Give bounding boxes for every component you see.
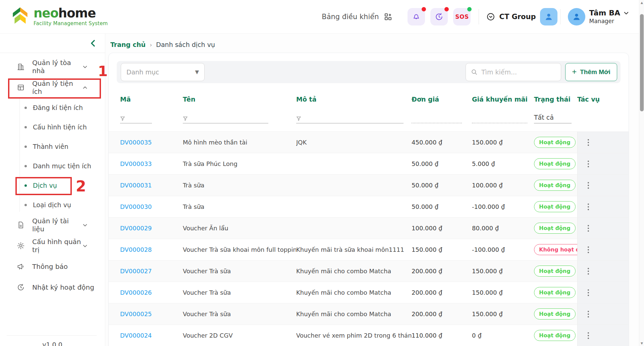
kebab-menu-button[interactable]	[586, 223, 591, 234]
sidebar-subitem[interactable]: Thành viên	[0, 137, 105, 156]
add-new-button[interactable]: + Thêm Mới	[565, 63, 617, 81]
service-code-link[interactable]: DV000024	[120, 332, 183, 339]
widgets-add-icon[interactable]	[384, 13, 392, 21]
document-icon	[17, 221, 25, 229]
history-icon	[17, 283, 25, 291]
browser-scrollbar[interactable]: ▲ ▼	[639, 0, 644, 346]
service-price: 150.000 ₫	[412, 246, 472, 253]
plus-icon: +	[572, 67, 577, 76]
services-card: Danh mục ▼ + Thêm Mới Mã Tên Mô tả Đơn g…	[108, 53, 629, 346]
kebab-menu-button[interactable]	[586, 309, 591, 320]
user-name: Tâm BA	[589, 9, 620, 17]
breadcrumb-home-link[interactable]: Trang chủ	[110, 41, 146, 48]
service-code-link[interactable]: DV000033	[120, 160, 183, 167]
kebab-menu-button[interactable]	[586, 330, 591, 341]
sidebar-item[interactable]: Cấu hình quản trị	[0, 235, 105, 256]
status-cell: Hoạt động	[534, 158, 577, 169]
service-code-link[interactable]: DV000026	[120, 289, 183, 296]
status-badge: Không hoạt động	[534, 244, 577, 255]
scrollbar-down-arrow[interactable]: ▼	[639, 341, 644, 346]
service-promo-price: 150.000 ₫	[472, 139, 534, 146]
status-cell: Hoạt động	[534, 330, 577, 341]
service-promo-price: 80.000 ₫	[472, 225, 534, 232]
kebab-menu-button[interactable]	[586, 180, 591, 191]
column-header-actions: Tác vụ	[577, 96, 629, 103]
building-icon	[17, 63, 25, 71]
category-select[interactable]: Danh mục ▼	[121, 63, 205, 81]
sidebar-subitem[interactable]: Loại dịch vụ	[0, 195, 105, 215]
sidebar-collapse-button[interactable]	[90, 40, 96, 47]
sos-button[interactable]: SOS	[453, 8, 471, 25]
column-header-promo[interactable]: Giá khuyến mãi	[472, 96, 534, 103]
service-code-link[interactable]: DV000035	[120, 139, 183, 146]
brand-logo[interactable]: neohome Facility Management System	[11, 7, 108, 27]
user-role: Manager	[589, 18, 629, 24]
sidebar-item[interactable]: Nhật ký hoạt động	[0, 277, 105, 298]
service-code-link[interactable]: DV000025	[120, 310, 183, 318]
column-header-desc[interactable]: Mô tả	[296, 96, 412, 103]
sidebar-item[interactable]: Quản lý tòa nhà	[0, 56, 105, 77]
service-code-link[interactable]: DV000030	[120, 203, 183, 210]
column-header-status[interactable]: Trạng thái	[534, 96, 577, 103]
sidebar-subitem[interactable]: Đăng kí tiện ích	[0, 98, 105, 117]
actions-cell	[577, 261, 629, 282]
kebab-menu-button[interactable]	[586, 266, 591, 277]
status-badge: Hoạt động	[534, 137, 576, 148]
grid-icon	[17, 83, 25, 92]
sidebar-subitem[interactable]: Danh mục tiện ích	[0, 156, 105, 176]
status-filter-select[interactable]: Tất cả	[534, 114, 572, 123]
org-avatar[interactable]	[540, 8, 557, 25]
bullet-icon	[24, 126, 27, 128]
promo-filter-input[interactable]	[472, 115, 527, 123]
kebab-menu-button[interactable]	[586, 137, 591, 148]
org-name: CT Group	[499, 13, 536, 21]
scrollbar-up-arrow[interactable]: ▲	[639, 0, 644, 5]
status-badge: Hoạt động	[534, 308, 576, 320]
service-promo-price: 0 ₫	[472, 332, 534, 339]
bullet-icon	[24, 107, 27, 109]
funnel-icon	[120, 116, 125, 121]
service-price: 200.000 ₫	[412, 268, 472, 275]
notifications-button[interactable]	[408, 8, 425, 25]
code-filter-input[interactable]	[120, 116, 152, 123]
bullet-icon	[24, 184, 27, 187]
sidebar-subitem-active[interactable]: Dịch vụ	[0, 176, 105, 195]
kebab-menu-button[interactable]	[586, 159, 591, 169]
price-filter-input[interactable]	[412, 115, 462, 123]
sidebar-item[interactable]: Quản lý tài liệu	[0, 215, 105, 235]
chevron-up-icon	[83, 85, 88, 90]
table-row: DV000033Trà sữa Phúc Long50.000 ₫5.000 ₫…	[109, 153, 629, 174]
name-filter-input[interactable]	[183, 116, 268, 123]
service-name: Voucher Trà sữa	[183, 268, 296, 275]
kebab-menu-button[interactable]	[586, 244, 591, 255]
service-code-link[interactable]: DV000027	[120, 268, 183, 275]
sos-badge-dot	[467, 7, 472, 11]
table-header-row: Mã Tên Mô tả Đơn giá Giá khuyến mãi Trạn…	[109, 93, 629, 105]
user-menu[interactable]: Tâm BA Manager	[568, 8, 629, 25]
service-code-link[interactable]: DV000029	[120, 225, 183, 232]
scrollbar-thumb[interactable]	[640, 14, 644, 111]
service-desc: Voucher vé xem phim 2D trong 6 tháng	[296, 332, 412, 339]
service-code-link[interactable]: DV000031	[120, 182, 183, 189]
search-input[interactable]	[481, 68, 556, 76]
sidebar-item[interactable]: Thông báo	[0, 256, 105, 277]
service-promo-price: 5.000 ₫	[472, 160, 534, 167]
column-header-price[interactable]: Đơn giá	[412, 96, 472, 103]
brand-tagline: Facility Management System	[34, 20, 108, 26]
service-code-link[interactable]: DV000028	[120, 246, 183, 253]
org-selector[interactable]: CT Group	[486, 8, 557, 25]
service-desc: Khuyến mãi trà sữa khoai môn1111	[296, 246, 412, 253]
kebab-menu-button[interactable]	[586, 201, 591, 212]
activity-history-button[interactable]	[430, 8, 448, 25]
breadcrumb: Trang chủ › Danh sách dịch vụ	[108, 41, 629, 48]
notification-badge-dot	[422, 7, 426, 11]
sidebar-subitem[interactable]: Cấu hình tiện ích	[0, 117, 105, 137]
kebab-menu-button[interactable]	[586, 287, 591, 298]
column-header-code[interactable]: Mã	[120, 96, 183, 103]
column-header-name[interactable]: Tên	[183, 96, 296, 103]
status-badge: Hoạt động	[534, 266, 576, 277]
dashboard-switcher[interactable]: Bảng điều khiển	[322, 13, 392, 21]
desc-filter-input[interactable]	[296, 116, 404, 123]
service-price: 50.000 ₫	[412, 203, 472, 210]
sidebar-item[interactable]: Quản lý tiện ích	[0, 77, 105, 98]
